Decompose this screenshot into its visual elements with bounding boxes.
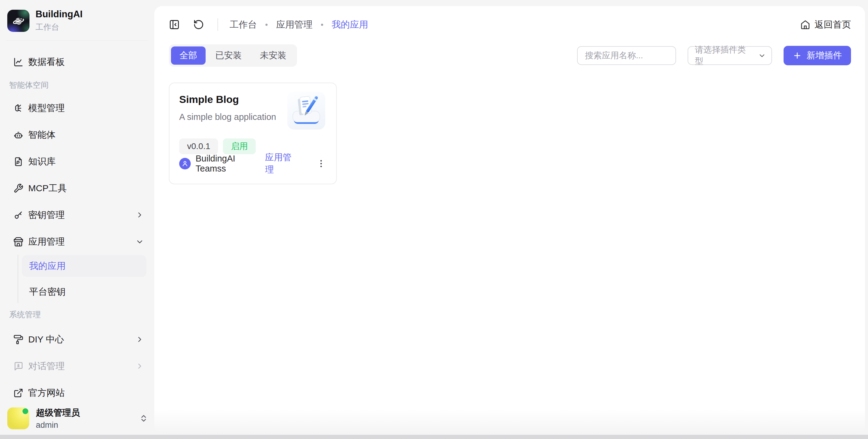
chevron-right-icon: [135, 362, 144, 370]
apps-submenu: 我的应用 平台密钥: [18, 255, 148, 303]
chevron-down-icon: [135, 238, 144, 246]
person-icon: [181, 160, 189, 167]
tab-all[interactable]: 全部: [171, 46, 206, 65]
sidebar-item-label: 密钥管理: [28, 209, 65, 221]
tab-installed[interactable]: 已安装: [207, 46, 250, 65]
sidebar-item-dashboard[interactable]: 数据看板: [6, 49, 148, 75]
sidebar-item-label: 智能体: [28, 129, 56, 141]
sidebar-item-label: 模型管理: [28, 102, 65, 115]
refresh-icon[interactable]: [193, 19, 204, 30]
header-divider: [217, 18, 218, 31]
paint-roller-icon: [13, 335, 23, 345]
online-status-dot: [23, 408, 28, 414]
owner-avatar: [179, 158, 191, 169]
breadcrumb-workbench[interactable]: 工作台: [229, 19, 257, 31]
breadcrumb: 工作台 应用管理 我的应用: [229, 19, 368, 31]
store-icon: [13, 237, 23, 247]
sidebar-subitem-label: 平台密钥: [29, 286, 66, 298]
collapse-sidebar-icon[interactable]: [169, 19, 180, 30]
user-menu[interactable]: 超级管理员 admin: [6, 407, 148, 430]
search-input[interactable]: [577, 46, 676, 65]
sidebar-item-mcp-tools[interactable]: MCP工具: [6, 175, 148, 201]
sidebar-item-chats[interactable]: 对话管理: [6, 353, 148, 379]
chevrons-up-down-icon: [139, 414, 148, 423]
new-plugin-button[interactable]: 新增插件: [783, 46, 851, 65]
wrench-icon: [13, 183, 23, 193]
app-card-grid: Simple Blog A simple blog application: [154, 67, 865, 184]
breadcrumb-app-management[interactable]: 应用管理: [276, 19, 312, 31]
breadcrumb-separator-dot: [321, 24, 323, 26]
plugin-type-select[interactable]: 请选择插件类型: [688, 46, 772, 65]
back-home-label: 返回首页: [814, 19, 851, 31]
sidebar-item-models[interactable]: 模型管理: [6, 95, 148, 121]
sidebar-section-agent-space: 智能体空间: [6, 75, 148, 95]
sidebar-item-label: 官方网站: [28, 387, 65, 399]
sidebar-item-knowledge[interactable]: 知识库: [6, 148, 148, 175]
breadcrumb-separator-dot: [266, 24, 268, 26]
sidebar-subitem-my-apps[interactable]: 我的应用: [22, 255, 146, 277]
kebab-menu-icon[interactable]: [316, 158, 327, 169]
sidebar-item-label: 应用管理: [28, 236, 65, 248]
sidebar-item-label: 知识库: [28, 155, 56, 168]
new-plugin-label: 新增插件: [807, 50, 842, 62]
owner-name: BuildingAI Teamss: [195, 154, 265, 174]
sidebar-item-agents[interactable]: 智能体: [6, 121, 148, 148]
sidebar-item-label: 对话管理: [28, 360, 65, 373]
toolbar: 全部 已安装 未安装 请选择插件类型 新增插件: [154, 43, 865, 67]
home-icon: [800, 20, 810, 30]
brand-subtitle: 工作台: [35, 22, 83, 32]
brain-circuit-icon: [13, 103, 23, 113]
file-search-icon: [13, 157, 23, 167]
panel-header: 工作台 应用管理 我的应用 返回首页: [154, 6, 865, 43]
sidebar: BuildingAI 工作台 数据看板 智能体空间 模型管理 智能体: [0, 0, 154, 435]
chevron-down-icon: [758, 52, 766, 60]
breadcrumb-my-apps-current: 我的应用: [332, 19, 368, 31]
sidebar-item-keys[interactable]: 密钥管理: [6, 201, 148, 228]
back-home-button[interactable]: 返回首页: [800, 19, 851, 31]
brand-logo-planet-icon: [7, 10, 29, 32]
tab-not-installed[interactable]: 未安装: [251, 46, 295, 65]
sidebar-item-apps[interactable]: 应用管理: [6, 228, 148, 255]
chat-bubble-icon: [13, 361, 23, 371]
external-link-icon: [13, 388, 23, 398]
sidebar-subitem-platform-keys[interactable]: 平台密钥: [18, 281, 148, 303]
user-avatar: [7, 407, 29, 429]
app-thumbnail-book-pen-icon: [287, 92, 325, 130]
sidebar-item-label: DIY 中心: [28, 333, 64, 346]
user-username: admin: [36, 420, 80, 430]
main-panel: 工作台 应用管理 我的应用 返回首页 全部 已安装 未安装 请选择插件类型: [154, 6, 865, 434]
plugin-type-placeholder: 请选择插件类型: [695, 44, 754, 67]
sidebar-item-label: 数据看板: [28, 56, 65, 68]
app-manage-link[interactable]: 应用管理: [265, 152, 299, 176]
sidebar-subitem-label: 我的应用: [29, 260, 66, 272]
sidebar-divider: [6, 40, 148, 41]
app-card-simple-blog[interactable]: Simple Blog A simple blog application: [169, 83, 337, 184]
key-icon: [13, 210, 23, 220]
card-footer: BuildingAI Teamss 应用管理: [179, 152, 327, 176]
filter-tabs: 全部 已安装 未安装: [169, 44, 297, 67]
user-display-name: 超级管理员: [36, 407, 80, 419]
sidebar-item-diy-center[interactable]: DIY 中心: [6, 326, 148, 353]
brand: BuildingAI 工作台: [6, 0, 148, 32]
sidebar-item-official-website[interactable]: 官方网站: [6, 379, 148, 406]
window-bottom-strip: [0, 435, 868, 439]
chart-line-icon: [13, 57, 23, 67]
robot-icon: [13, 130, 23, 140]
chevron-right-icon: [135, 335, 144, 344]
plus-icon: [793, 51, 802, 60]
sidebar-section-system: 系统管理: [6, 303, 148, 326]
sidebar-item-label: MCP工具: [28, 182, 67, 195]
chevron-right-icon: [135, 211, 144, 219]
brand-name: BuildingAI: [35, 9, 83, 20]
